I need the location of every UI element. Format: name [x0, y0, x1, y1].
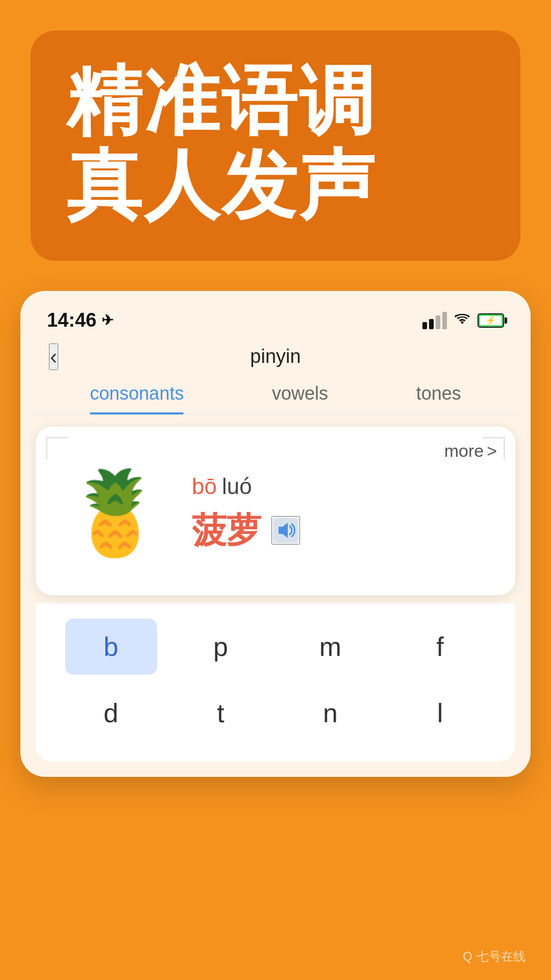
word-card: more > 🍍 bō luó 菠萝 — [36, 427, 515, 595]
key-b[interactable]: b — [65, 619, 157, 675]
key-l[interactable]: l — [394, 685, 486, 741]
key-m[interactable]: m — [285, 619, 377, 675]
location-icon: ✈ — [102, 312, 113, 329]
key-p[interactable]: p — [175, 619, 267, 675]
battery-icon: ⚡ — [478, 313, 504, 328]
signal-icon — [422, 312, 447, 329]
status-icons: ⚡ — [422, 312, 504, 329]
key-d[interactable]: d — [65, 685, 157, 741]
pinyin-bo: bō — [192, 474, 217, 499]
time-display: 14:46 — [47, 309, 96, 331]
key-t[interactable]: t — [175, 685, 267, 741]
tab-vowels[interactable]: vowels — [272, 383, 328, 413]
card-content: 🍍 bō luó 菠萝 — [54, 452, 497, 575]
pineapple-image: 🍍 — [54, 452, 177, 575]
pinyin-luo: luó — [222, 474, 252, 499]
hero-line1: 精准语调 — [66, 61, 485, 140]
pinyin-display: bō luó — [192, 474, 497, 499]
tab-bar: consonants vowels tones — [31, 377, 520, 414]
watermark-text: 七号在线 — [477, 948, 525, 965]
key-f[interactable]: f — [394, 619, 486, 675]
more-link[interactable]: more > — [444, 441, 497, 461]
watermark: Q 七号在线 — [463, 948, 525, 965]
hero-section: 精准语调 真人发声 — [31, 31, 520, 261]
app-header: ‹ pinyin — [31, 336, 520, 377]
corner-decoration-tl — [46, 437, 68, 459]
speaker-button[interactable] — [271, 516, 300, 545]
key-row-1: b p m f — [36, 614, 515, 680]
key-row-2: d t n l — [36, 680, 515, 746]
status-time: 14:46 ✈ — [47, 309, 113, 331]
app-title: pinyin — [250, 346, 300, 368]
chinese-characters: 菠萝 — [192, 507, 261, 554]
word-info: bō luó 菠萝 — [192, 474, 497, 554]
consonant-keyboard: b p m f d t n l — [36, 603, 515, 762]
tab-tones[interactable]: tones — [416, 383, 461, 413]
back-button[interactable]: ‹ — [49, 344, 58, 370]
hero-line2: 真人发声 — [66, 145, 485, 225]
watermark-icon: Q — [463, 949, 472, 964]
key-n[interactable]: n — [285, 685, 377, 741]
tab-consonants[interactable]: consonants — [90, 383, 184, 413]
chinese-word-display: 菠萝 — [192, 507, 497, 554]
phone-mockup: 14:46 ✈ ⚡ ‹ pinyin consonants vowels — [20, 291, 531, 777]
status-bar: 14:46 ✈ ⚡ — [31, 301, 520, 336]
wifi-icon — [454, 312, 470, 329]
